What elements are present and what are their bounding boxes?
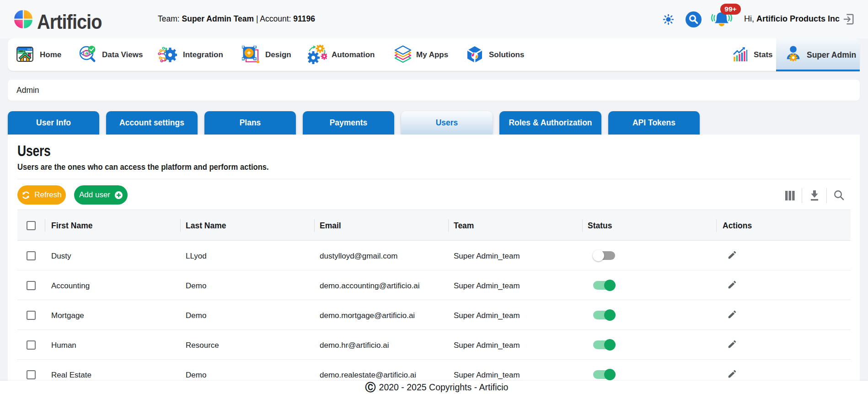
- svg-text:99+: 99+: [724, 5, 736, 13]
